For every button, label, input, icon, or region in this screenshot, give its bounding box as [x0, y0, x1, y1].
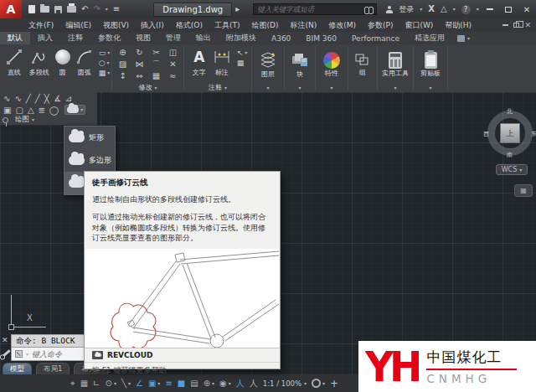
copy-icon[interactable]: ▨	[115, 59, 131, 70]
rectangle-button[interactable]: ▭▾	[99, 49, 111, 57]
menu-insert[interactable]: 插入(I)	[141, 20, 164, 31]
help-icon[interactable]: ?	[461, 5, 471, 14]
revcloud-polygonal-item[interactable]: 多边形	[64, 149, 115, 172]
ribbon-tab-annotate[interactable]: 注释	[60, 32, 90, 44]
menu-modify[interactable]: 修改(M)	[328, 20, 356, 31]
qat-menu-icon[interactable]: ≡	[113, 5, 120, 13]
utilities-expand-icon[interactable]: ▾	[394, 85, 396, 90]
command-window-close-icon[interactable]: ✕	[2, 336, 8, 344]
ribbon-tab-a360[interactable]: A360	[264, 32, 298, 44]
command-recent-caret-icon[interactable]: ▾	[26, 352, 28, 357]
clipboard-icon[interactable]	[425, 52, 437, 69]
circle-button[interactable]: 圆	[52, 47, 74, 77]
ribbon-tab-insert[interactable]: 插入	[30, 32, 60, 44]
annotation-autoscale-toggle[interactable]: 人	[250, 379, 258, 388]
trim-icon[interactable]: ✂	[148, 47, 164, 58]
grid-toggle[interactable]: ▦	[80, 379, 88, 388]
boundary-icon[interactable]: △	[28, 106, 34, 115]
dynamic-ucs-toggle[interactable]: ◉▾	[219, 379, 231, 388]
sign-in-caret-icon[interactable]: ▾	[420, 7, 422, 12]
save-icon[interactable]	[54, 6, 62, 13]
annotation-visibility-toggle[interactable]: 人	[236, 379, 245, 388]
move-icon[interactable]: ⊕	[115, 47, 131, 58]
properties-expand-icon[interactable]: ▾	[330, 85, 332, 90]
qat-customize-icon[interactable]: ▾	[106, 7, 108, 12]
polyline-button[interactable]: 多段线	[27, 47, 52, 77]
wcs-dropdown[interactable]: WCS ▾	[496, 164, 528, 175]
ribbon-tab-parametric[interactable]: 参数化	[90, 32, 128, 44]
close-button[interactable]: ✕	[518, 2, 536, 17]
stretch-icon[interactable]: ↕	[115, 70, 131, 81]
isodraft-toggle[interactable]: ╲▾	[121, 379, 131, 388]
navigation-bar[interactable]: ▦	[514, 184, 533, 197]
menu-draw[interactable]: 绘图(D)	[251, 20, 278, 31]
table-button[interactable]: ▦	[237, 59, 248, 67]
search-input[interactable]	[254, 5, 364, 13]
ortho-toggle[interactable]: ∟	[93, 379, 100, 388]
a360-caret-icon[interactable]: ▾	[453, 7, 456, 12]
plot-icon[interactable]	[67, 6, 76, 13]
hatch-button[interactable]: ▦▾	[99, 69, 111, 77]
menu-help[interactable]: 帮助(H)	[445, 20, 472, 31]
modify-panel-title[interactable]: 修改 ▾	[112, 83, 183, 92]
mirror-icon[interactable]: ⋈	[131, 59, 147, 70]
command-prompt-icon[interactable]	[15, 350, 23, 358]
ribbon-tab-addins[interactable]: 附加模块	[219, 32, 264, 44]
open-file-icon[interactable]	[40, 6, 49, 13]
menu-format[interactable]: 格式(O)	[176, 20, 203, 31]
autocad-app-menu-icon[interactable]: A	[0, 0, 22, 18]
line-button[interactable]: 直线	[2, 47, 27, 77]
status-customize-plus[interactable]: +	[330, 378, 338, 389]
ribbon-tab-home[interactable]: 默认	[0, 32, 30, 44]
search-icon[interactable]	[364, 7, 374, 13]
erase-icon[interactable]: ◫	[165, 47, 181, 58]
customization-control[interactable]: ▾	[312, 379, 325, 388]
layers-expand-icon[interactable]: ▾	[266, 85, 269, 90]
menu-dimension[interactable]: 标注(N)	[290, 20, 317, 31]
rotate-icon[interactable]: ↻	[131, 47, 147, 58]
maximize-button[interactable]	[499, 2, 518, 17]
calculator-icon[interactable]	[389, 52, 402, 69]
lineweight-toggle[interactable]: ≡	[165, 379, 172, 388]
undo-icon[interactable]: ↶	[81, 5, 88, 13]
minimize-button[interactable]	[481, 2, 499, 17]
menu-view[interactable]: 视图(V)	[103, 20, 129, 31]
annotation-panel-title[interactable]: 注释 ▾	[184, 83, 251, 92]
divide-icon[interactable]: ∡	[54, 94, 61, 103]
xline-icon[interactable]: ╳	[44, 94, 49, 103]
donut-icon[interactable]: ◯	[49, 106, 59, 115]
viewcube-top-face[interactable]: 上	[500, 123, 520, 143]
viewcube-north-label[interactable]: 北	[507, 107, 513, 116]
multiline-icon[interactable]: ≣	[39, 106, 45, 115]
a360-icon[interactable]: △	[441, 5, 447, 13]
explode-icon[interactable]: ✕	[165, 59, 181, 70]
menu-parametric[interactable]: 参数(P)	[368, 20, 393, 31]
properties-color-wheel-icon[interactable]	[323, 52, 340, 69]
selection-cycling-toggle[interactable]: ▤	[190, 379, 198, 388]
region-icon[interactable]: ▣	[3, 106, 11, 115]
polar-tracking-toggle[interactable]: ⊙▾	[105, 379, 116, 388]
menu-edit[interactable]: 编辑(E)	[65, 20, 91, 31]
spline-fit-icon[interactable]: ∿	[3, 94, 10, 103]
ray-icon[interactable]: ╱	[35, 94, 40, 103]
redo-icon[interactable]: ↷	[93, 5, 100, 13]
tab-layout1[interactable]: 布局1	[36, 363, 70, 374]
offset-icon[interactable]: ≈	[165, 70, 181, 81]
viewcube-west-label[interactable]: 西	[483, 130, 489, 138]
menu-file[interactable]: 文件(F)	[28, 20, 54, 31]
text-button[interactable]: A 文字	[188, 47, 210, 77]
arc-button[interactable]: 圆弧	[74, 47, 95, 77]
doc-restore-icon[interactable]	[513, 23, 519, 28]
menu-tools[interactable]: 工具(T)	[214, 20, 240, 31]
block-icon[interactable]	[291, 51, 309, 70]
ribbon-options[interactable]: ▾	[452, 32, 475, 44]
title-expand-icon[interactable]: ▸	[235, 5, 240, 13]
osnap-tracking-toggle[interactable]: ∠	[136, 379, 143, 388]
viewcube-south-label[interactable]: 南	[507, 151, 513, 159]
menu-window[interactable]: 窗口(W)	[405, 20, 433, 31]
array-icon[interactable]: ▦	[148, 70, 164, 81]
ribbon-tab-featured-apps[interactable]: 精选应用	[407, 32, 452, 44]
transparency-toggle[interactable]: ■	[178, 379, 185, 388]
sign-in-label[interactable]: 登录	[399, 4, 414, 15]
layers-icon[interactable]	[259, 51, 277, 70]
